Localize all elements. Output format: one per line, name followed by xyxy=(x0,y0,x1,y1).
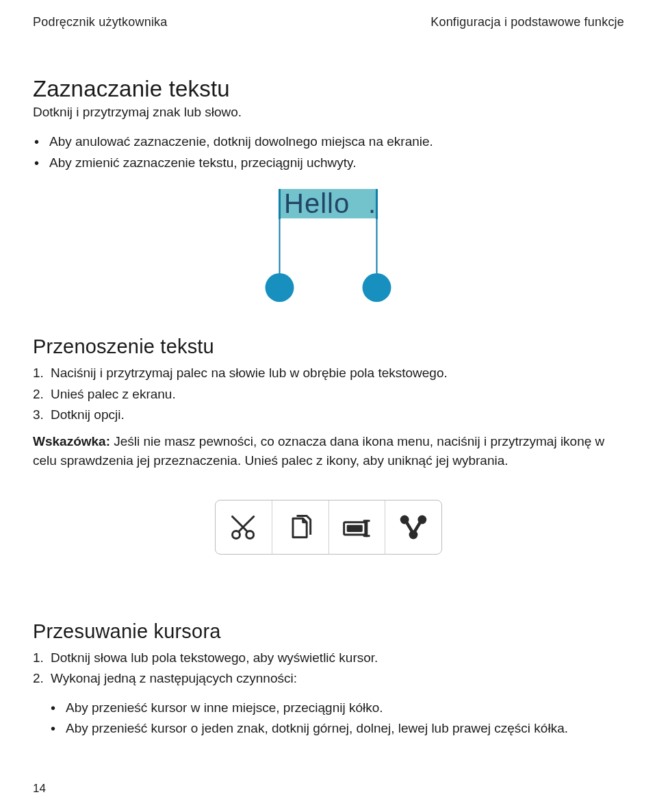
section-cursor-steps: Dotknij słowa lub pola tekstowego, aby w… xyxy=(33,648,624,689)
header-left: Podręcznik użytkownika xyxy=(33,15,168,29)
header-right: Konfiguracja i podstawowe funkcje xyxy=(430,15,624,29)
list-item: Aby zmienić zaznaczenie tekstu, przeciąg… xyxy=(33,153,624,173)
svg-point-6 xyxy=(266,273,294,302)
section-select-intro: Dotknij i przytrzymaj znak lub słowo. xyxy=(33,105,624,120)
section-cursor-title: Przesuwanie kursora xyxy=(33,620,624,643)
list-item: Wykonaj jedną z następujących czynności: xyxy=(33,669,624,689)
svg-rect-4 xyxy=(279,219,281,278)
list-item: Dotknij słowa lub pola tekstowego, aby w… xyxy=(33,648,624,668)
hint-text: Jeśli nie masz pewności, co oznacza dana… xyxy=(33,434,604,468)
section-select-title: Zaznaczanie tekstu xyxy=(33,76,624,102)
section-move-steps: Naciśnij i przytrzymaj palec na słowie l… xyxy=(33,364,624,425)
list-item: Naciśnij i przytrzymaj palec na słowie l… xyxy=(33,364,624,383)
list-item: Aby przenieść kursor w inne miejsce, prz… xyxy=(49,698,624,718)
section-select-bullets: Aby anulować zaznaczenie, dotknij dowoln… xyxy=(33,132,624,173)
svg-rect-11 xyxy=(348,526,362,531)
selection-handles-figure: Hello . xyxy=(252,189,405,303)
svg-point-7 xyxy=(363,273,391,302)
page-header: Podręcznik użytkownika Konfiguracja i po… xyxy=(33,15,624,29)
svg-text:.: . xyxy=(368,189,376,218)
copy-icon xyxy=(272,500,329,554)
cut-icon xyxy=(216,500,272,554)
section-move-hint: Wskazówka: Jeśli nie masz pewności, co o… xyxy=(33,432,624,471)
list-item: Dotknij opcji. xyxy=(33,405,624,425)
section-cursor-subbullets: Aby przenieść kursor w inne miejsce, prz… xyxy=(49,698,624,739)
share-icon xyxy=(385,500,441,554)
svg-rect-2 xyxy=(279,189,281,219)
page-number: 14 xyxy=(33,782,46,796)
hint-label: Wskazówka: xyxy=(33,434,110,448)
svg-rect-5 xyxy=(376,219,378,278)
section-move-title: Przenoszenie tekstu xyxy=(33,335,624,358)
paste-icon xyxy=(329,500,386,554)
svg-rect-3 xyxy=(376,189,378,219)
list-item: Aby anulować zaznaczenie, dotknij dowoln… xyxy=(33,132,624,152)
list-item: Aby przenieść kursor o jeden znak, dotkn… xyxy=(49,719,624,739)
list-item: Unieś palec z ekranu. xyxy=(33,385,624,405)
selection-sample-text: Hello xyxy=(284,189,350,218)
context-toolbar-figure xyxy=(215,500,442,555)
